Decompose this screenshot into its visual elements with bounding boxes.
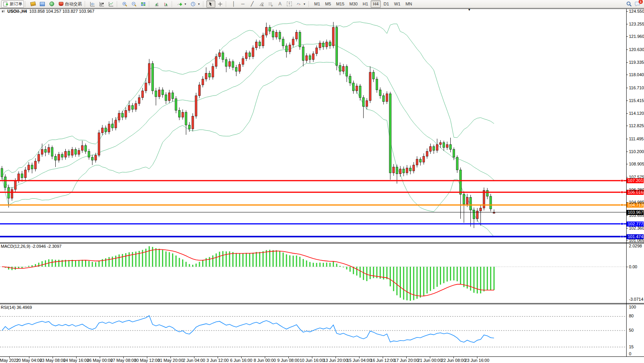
search-icon[interactable]	[626, 1, 632, 7]
time-axis-label: 13 Jun 20:00	[323, 358, 348, 363]
time-axis-label: 10 Jun 16:00	[300, 358, 324, 363]
vertical-line-button[interactable]: │	[229, 0, 238, 8]
indicators-icon	[177, 1, 182, 7]
price-tick-label: 102.360	[629, 226, 644, 230]
trendline-button[interactable]: ╱	[248, 0, 257, 8]
market-watch-button[interactable]	[29, 0, 37, 8]
bar-chart-icon	[90, 1, 95, 7]
svg-text:F: F	[271, 5, 273, 7]
price-tick-label: 108.905	[629, 162, 644, 166]
price-tick-label: 111.495	[629, 136, 644, 141]
toolbar-separator	[85, 1, 87, 7]
chart-symbol-icon	[2, 10, 5, 13]
time-axis-label: 8 Jun 00:00	[254, 358, 276, 363]
rsi-label: RSI(14) 36.4969	[1, 305, 32, 310]
auto-trading-button[interactable]: 自动交易	[56, 0, 83, 8]
price-tick-label: 121.960	[629, 34, 644, 39]
symbol-name: USOil-,H4	[7, 9, 27, 14]
rsi-scale-label: 100	[629, 305, 636, 309]
price-tick	[626, 126, 628, 126]
new-order-button[interactable]: 新订单	[1, 0, 24, 8]
toolbar-separator	[149, 1, 151, 7]
notification-badge: 1	[639, 0, 643, 4]
cursor-button[interactable]	[206, 0, 215, 8]
arrows-button[interactable]: ▼	[294, 0, 307, 8]
signal-button[interactable]	[47, 0, 56, 8]
zoom-out-button[interactable]	[129, 0, 138, 8]
zoom-in-button[interactable]	[120, 0, 129, 8]
toolbar-separator	[172, 1, 174, 7]
price-tick-label: 106.280	[629, 187, 644, 192]
macd-tick	[626, 267, 628, 267]
zoom-out-icon	[131, 1, 137, 7]
trendline-icon: ╱	[249, 1, 255, 7]
price-tick	[626, 36, 628, 37]
timeframe-group: M1M5M15M30H1H4D1W1MN	[312, 0, 414, 8]
auto-trading-label: 自动交易	[65, 1, 82, 7]
timeframe-w1[interactable]: W1	[392, 0, 403, 8]
line-chart-button[interactable]	[107, 0, 116, 8]
vertical-line-icon: │	[231, 1, 237, 7]
price-tick-label: 123.255	[629, 22, 644, 26]
macd-scale-label: 0.00	[629, 264, 637, 269]
horizontal-line-icon: ─	[240, 1, 246, 7]
auto-trading-icon	[58, 1, 64, 7]
timeframe-m5[interactable]: M5	[323, 0, 333, 8]
price-pane[interactable]	[0, 9, 626, 242]
time-axis-label: 15 Jun 04:00	[347, 358, 371, 363]
chevron-down-icon: ▼	[184, 3, 187, 5]
auto-scroll-button[interactable]	[162, 0, 170, 8]
timeframe-m30[interactable]: M30	[347, 0, 360, 8]
label-button[interactable]: T	[285, 0, 294, 8]
rsi-scale-label: 80	[629, 314, 634, 318]
macd-pane[interactable]	[0, 244, 626, 303]
tile-windows-button[interactable]	[139, 0, 148, 8]
timeframe-mn[interactable]: MN	[403, 0, 414, 8]
price-tick-label: 114.120	[629, 111, 644, 116]
crosshair-button[interactable]	[216, 0, 225, 8]
timeframe-h1[interactable]: H1	[360, 0, 370, 8]
price-tick	[626, 202, 628, 203]
candlestick-chart-button[interactable]	[97, 0, 106, 8]
time-axis-label: 6 Jun 16:00	[230, 358, 252, 363]
shift-end-button[interactable]	[152, 0, 161, 8]
price-tick	[626, 101, 628, 101]
pane-separator[interactable]	[0, 303, 644, 303]
chart-symbol-line: USOil-,H4 103.858 104.257 103.827 103.96…	[2, 9, 94, 14]
periods-icon	[190, 1, 196, 7]
channel-button[interactable]: E	[257, 0, 266, 8]
price-tick	[626, 139, 628, 139]
pane-separator[interactable]	[0, 242, 644, 243]
rsi-scale-label: 15	[629, 344, 634, 349]
price-tick-label: 119.335	[629, 60, 644, 65]
candlestick-chart-icon	[99, 1, 105, 7]
indicators-button[interactable]: ▼	[175, 0, 188, 8]
price-tick-label: 115.415	[629, 98, 644, 103]
svg-text:E: E	[262, 4, 264, 7]
chat-icon[interactable]: 1	[635, 1, 641, 7]
timeframe-m1[interactable]: M1	[312, 0, 322, 8]
text-button[interactable]: A	[276, 0, 285, 8]
time-axis-label: 9 Jun 08:00	[277, 358, 300, 363]
horizontal-line-button[interactable]: ─	[239, 0, 247, 8]
price-tick	[626, 24, 628, 24]
timeframe-m15[interactable]: M15	[334, 0, 346, 8]
data-window-button[interactable]	[38, 0, 47, 8]
timeframe-h4[interactable]: H4	[371, 0, 381, 8]
line-chart-icon	[108, 1, 114, 7]
price-tick	[626, 152, 628, 152]
time-axis-label: 31 May 20:00	[158, 358, 184, 363]
price-tick-label: 112.825	[629, 123, 644, 128]
zoom-in-icon	[122, 1, 128, 7]
data-window-icon	[39, 1, 45, 7]
price-tick-label: 124.550	[629, 9, 644, 14]
bar-chart-button[interactable]	[88, 0, 97, 8]
periods-button[interactable]: ▼	[189, 0, 202, 8]
rsi-pane[interactable]	[0, 304, 626, 356]
toolbar-separator	[117, 1, 119, 7]
timeframe-d1[interactable]: D1	[381, 0, 391, 8]
price-tick-label: 120.630	[629, 47, 644, 52]
time-axis-label: 24 May 16:00	[63, 358, 89, 363]
time-axis-label: 2 Jun 04:00	[183, 358, 205, 363]
fibonacci-button[interactable]: F	[266, 0, 275, 8]
